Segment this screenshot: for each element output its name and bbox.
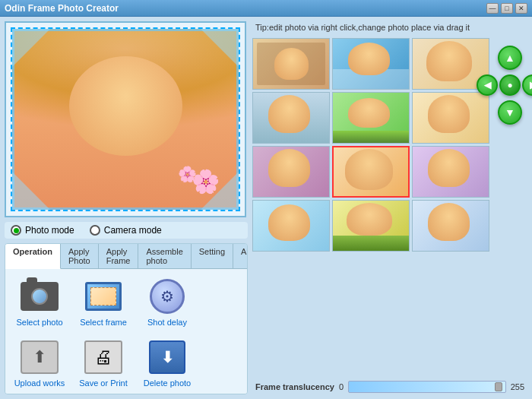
thumbnail-3[interactable] (252, 92, 330, 144)
left-panel: 🌸 🌸 Photo mode (5, 21, 248, 394)
nav-right-button[interactable]: ▶ (522, 74, 532, 96)
thumbnail-1[interactable] (332, 38, 410, 90)
thumbnail-6[interactable] (252, 146, 330, 198)
translucency-min: 0 (339, 382, 344, 391)
upload-icon: ⬆ (21, 340, 59, 374)
camera-icon (21, 282, 59, 311)
photo-canvas[interactable]: 🌸 🌸 (5, 21, 246, 217)
photo-mode-radio[interactable] (11, 225, 21, 236)
tab-about[interactable]: About (233, 244, 248, 268)
thumbnail-10[interactable] (332, 200, 410, 252)
delete-icon: ⬇ (149, 340, 185, 374)
titlebar: Odin Frame Photo Creator — □ ✕ (0, 0, 532, 17)
tab-operation[interactable]: Operation (5, 244, 61, 269)
upload-works-button[interactable]: ⬆ Upload works (10, 334, 69, 391)
delete-arrow-icon: ⬇ (161, 348, 174, 366)
print-icon: 🖨 (84, 340, 122, 374)
frame-icon (85, 282, 122, 311)
photo-mode-option[interactable]: Photo mode (11, 225, 74, 236)
nav-down-button[interactable]: ▼ (498, 100, 522, 125)
maximize-button[interactable]: □ (501, 3, 513, 14)
translucency-row: Frame translucency 0 255 (252, 379, 527, 394)
nav-left-button[interactable]: ◀ (477, 74, 498, 96)
thumbnails-grid (252, 38, 489, 252)
delay-icon (150, 279, 185, 314)
radio-empty-indicator (92, 228, 97, 233)
tip-text: Tip:edit photo via right click,change ph… (255, 23, 470, 32)
nav-center-button[interactable]: ● (499, 74, 521, 96)
shot-delay-icon-wrap (147, 277, 187, 316)
upload-icon-wrap: ⬆ (20, 337, 59, 377)
translucency-label: Frame translucency (255, 382, 334, 391)
close-button[interactable]: ✕ (515, 3, 527, 14)
nav-middle-row: ◀ ● ▶ (477, 74, 532, 96)
right-panel: Tip:edit photo via right click,change ph… (252, 21, 527, 394)
thumbnail-9[interactable] (252, 200, 330, 252)
main-area: 🌸 🌸 Photo mode (0, 17, 532, 399)
tab-apply-photo[interactable]: Apply Photo (61, 244, 99, 268)
delete-photo-button[interactable]: ⬇ Delete photo (138, 334, 197, 391)
nav-up-button[interactable]: ▲ (498, 46, 522, 70)
delete-photo-label: Delete photo (144, 378, 191, 388)
photo-mode-label: Photo mode (25, 225, 74, 236)
tab-assemble-photo[interactable]: Assemble photo (138, 244, 191, 268)
select-photo-button[interactable]: Select photo (10, 274, 69, 330)
print-icon-wrap: 🖨 (84, 337, 123, 377)
tab-content-operation: Select photo Select frame Shot delay (5, 269, 247, 394)
printer-icon: 🖨 (94, 347, 112, 368)
select-frame-label: Select frame (80, 318, 127, 327)
save-print-button[interactable]: 🖨 Save or Print (74, 334, 133, 391)
minimize-button[interactable]: — (486, 3, 499, 14)
select-photo-icon (20, 277, 59, 316)
thumbnail-11[interactable] (412, 200, 489, 252)
save-print-label: Save or Print (79, 378, 128, 388)
slider-handle[interactable] (495, 382, 502, 391)
thumbnail-5[interactable] (412, 92, 489, 144)
translucency-slider[interactable] (348, 381, 506, 393)
tab-setting[interactable]: Setting (192, 244, 233, 268)
nav-arrows: ▲ ◀ ● ▶ ▼ (492, 46, 527, 125)
frame-corner-bl (12, 172, 50, 210)
thumbnail-8[interactable] (412, 146, 489, 198)
select-frame-icon (84, 277, 123, 316)
tip-bar: Tip:edit photo via right click,change ph… (252, 21, 527, 33)
window-controls: — □ ✕ (486, 3, 527, 14)
camera-mode-radio[interactable] (90, 225, 100, 236)
thumbnail-4[interactable] (332, 92, 410, 144)
thumbnails-area: ▲ ◀ ● ▶ ▼ (252, 38, 527, 375)
photo-main: 🌸 🌸 (12, 29, 239, 210)
thumbnail-7[interactable] (332, 146, 410, 198)
tabs-row: Operation Apply Photo Apply Frame Assemb… (5, 244, 247, 269)
thumbnail-0[interactable] (252, 38, 330, 90)
frame-corner-br (201, 172, 239, 210)
upload-arrow-icon: ⬆ (33, 347, 46, 367)
select-photo-label: Select photo (16, 318, 62, 327)
radio-selected-indicator (14, 228, 19, 233)
tab-apply-frame[interactable]: Apply Frame (99, 244, 139, 268)
frame-corner-tl (12, 29, 50, 67)
frame-corner-tr (201, 29, 239, 67)
tabs-panel: Operation Apply Photo Apply Frame Assemb… (5, 243, 248, 394)
select-frame-button[interactable]: Select frame (74, 274, 133, 330)
mode-selection: Photo mode Camera mode (5, 222, 248, 239)
translucency-max: 255 (511, 382, 524, 391)
app-title: Odin Frame Photo Creator (5, 3, 119, 14)
photo-frame: 🌸 🌸 (11, 27, 240, 211)
camera-mode-option[interactable]: Camera mode (90, 225, 162, 236)
delete-icon-wrap: ⬇ (147, 337, 187, 377)
camera-mode-label: Camera mode (104, 225, 162, 236)
shot-delay-label: Shot delay (147, 318, 187, 327)
shot-delay-button[interactable]: Shot delay (138, 274, 197, 330)
upload-works-label: Upload works (14, 378, 65, 388)
